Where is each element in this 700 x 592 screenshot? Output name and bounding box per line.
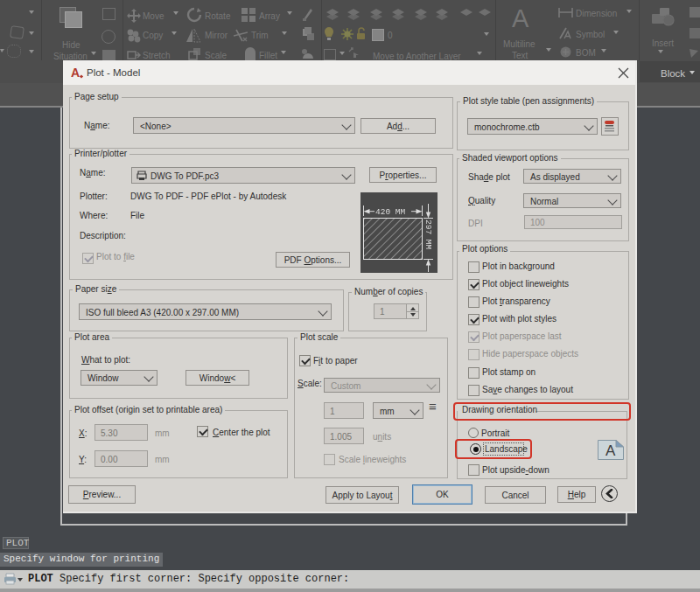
svg-text:A: A xyxy=(71,66,80,80)
svg-text:420 MM: 420 MM xyxy=(375,207,406,217)
svg-text:A: A xyxy=(606,442,616,459)
svg-text:297 MM: 297 MM xyxy=(424,219,433,250)
